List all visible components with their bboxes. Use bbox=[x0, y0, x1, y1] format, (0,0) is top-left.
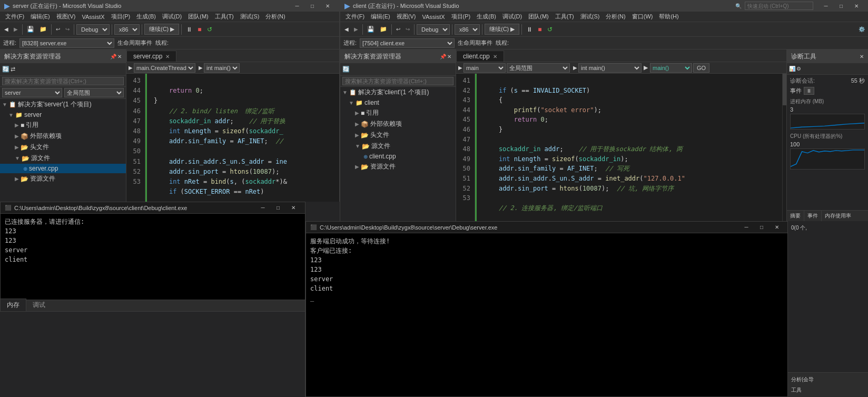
left-menu-vassist[interactable]: VAssistX bbox=[78, 14, 107, 20]
left-search-input[interactable] bbox=[2, 77, 124, 85]
right-menu-help[interactable]: 帮助(H) bbox=[656, 13, 682, 21]
right-diag-tab-analyze[interactable]: 分析(会导 bbox=[790, 375, 866, 384]
right-quick-launch-input[interactable] bbox=[745, 2, 813, 10]
right-menu-build[interactable]: 生成(B) bbox=[474, 13, 499, 21]
left-scope-select[interactable]: server bbox=[2, 88, 62, 97]
right-proc-select[interactable]: [7504] client.exe bbox=[360, 38, 455, 48]
right-tb-stop[interactable]: ■ bbox=[536, 25, 544, 34]
left-term-close-btn[interactable]: ✕ bbox=[286, 202, 301, 214]
left-nav-left-select[interactable]: main.CreateThread bbox=[134, 63, 195, 73]
diag-tb-icon2[interactable]: ⚙ bbox=[796, 66, 801, 72]
right-tb-fwd[interactable]: ▶ bbox=[352, 25, 360, 33]
right-tree-resources[interactable]: ▶ 📂 资源文件 bbox=[340, 161, 456, 172]
left-nav-right-select[interactable]: int main() bbox=[204, 63, 240, 73]
left-menu-file[interactable]: 文件(F) bbox=[2, 13, 27, 21]
right-tree-solution[interactable]: ▼ 📋 解决方案'client'(1 个项目) bbox=[340, 87, 456, 98]
left-menu-debug[interactable]: 调试(D) bbox=[159, 13, 185, 21]
right-code-content[interactable]: if (s == INVALID_SOCKET) { printf("socke… bbox=[479, 74, 782, 221]
left-tb-restart[interactable]: ↺ bbox=[205, 25, 214, 34]
left-menu-edit[interactable]: 编辑(E) bbox=[27, 13, 53, 21]
right-tb-save[interactable]: 💾 bbox=[365, 25, 377, 34]
right-tb-undo[interactable]: ↩ bbox=[394, 25, 402, 33]
right-menu-view[interactable]: 视图(V) bbox=[393, 13, 419, 21]
right-terminal-content[interactable]: 服务端启动成功，等待连接! 客户端已连接: 123 123 server cli… bbox=[306, 233, 788, 396]
diag-tb-icon1[interactable]: 📊 bbox=[789, 66, 795, 72]
right-minimize-btn[interactable]: ─ bbox=[818, 0, 833, 12]
right-menu-team[interactable]: 团队(M) bbox=[525, 13, 552, 21]
right-menu-project[interactable]: 项目(P) bbox=[448, 13, 474, 21]
right-tree-ref[interactable]: ▶ ■ 引用 bbox=[340, 107, 456, 118]
right-go-btn[interactable]: GO bbox=[693, 63, 709, 73]
left-menu-test[interactable]: 测试(S) bbox=[237, 13, 263, 21]
left-menu-tools[interactable]: 工具(T) bbox=[212, 13, 237, 21]
left-tree-solution[interactable]: ▼ 📋 解决方案'server'(1 个项目) bbox=[0, 99, 126, 110]
right-panel-close[interactable]: ✕ bbox=[447, 54, 451, 59]
right-nav-scope-select[interactable]: 全局范围 bbox=[507, 63, 570, 73]
left-refresh-icon[interactable]: 🔄 bbox=[2, 66, 9, 73]
left-menu-build[interactable]: 生成(B) bbox=[133, 13, 159, 21]
left-continue-btn[interactable]: 继续(C) ▶ bbox=[144, 24, 179, 35]
right-menu-vassist[interactable]: VAssistX bbox=[419, 14, 448, 20]
right-tb-redo[interactable]: ↪ bbox=[403, 25, 412, 33]
left-tb-saveall[interactable]: 📁 bbox=[37, 25, 49, 34]
right-search-input[interactable] bbox=[342, 77, 453, 85]
left-tb-back[interactable]: ◀ bbox=[2, 25, 11, 33]
left-panel-pin[interactable]: 📌 bbox=[110, 54, 116, 59]
right-term-maximize-btn[interactable]: □ bbox=[754, 222, 769, 233]
right-menu-window[interactable]: 窗口(W) bbox=[629, 13, 656, 21]
left-panel-close[interactable]: ✕ bbox=[117, 54, 122, 59]
right-panel-pin[interactable]: 📌 bbox=[440, 54, 446, 59]
right-tab-clientcpp-close[interactable]: ✕ bbox=[493, 54, 497, 59]
right-refresh-icon[interactable]: 🔄 bbox=[342, 66, 350, 73]
right-tb-back[interactable]: ◀ bbox=[342, 25, 351, 33]
left-tree-ref[interactable]: ▶ ■ 引用 bbox=[0, 120, 126, 131]
right-tab-clientcpp[interactable]: client.cpp ✕ bbox=[456, 51, 504, 62]
bottom-tab-debug[interactable]: 调试 bbox=[26, 299, 52, 311]
left-menu-view[interactable]: 视图(V) bbox=[53, 13, 79, 21]
right-term-minimize-btn[interactable]: ─ bbox=[739, 222, 754, 233]
right-menu-debug[interactable]: 调试(D) bbox=[499, 13, 525, 21]
left-debug-mode-select[interactable]: Debug bbox=[76, 24, 110, 35]
left-menu-team[interactable]: 团队(M) bbox=[185, 13, 212, 21]
left-term-maximize-btn[interactable]: □ bbox=[271, 202, 285, 214]
right-tb-restart[interactable]: ↺ bbox=[545, 25, 555, 34]
right-nav-right-select[interactable]: int main() bbox=[578, 63, 642, 73]
left-minimize-btn[interactable]: ─ bbox=[290, 0, 304, 12]
left-code-content[interactable]: return 0; } // 2. bind/ listen 绑定/监听 soc… bbox=[150, 74, 339, 202]
right-tree-headers[interactable]: ▶ 📂 头文件 bbox=[340, 130, 456, 141]
right-continue-btn[interactable]: 继续(C) ▶ bbox=[485, 24, 519, 35]
right-nav-scope2-select[interactable]: main() bbox=[650, 63, 692, 73]
left-proc-select[interactable]: [8328] server.exe bbox=[19, 38, 114, 48]
left-tree-servercpp[interactable]: ⊕ server.cpp bbox=[0, 164, 126, 173]
left-platform-select[interactable]: x86 bbox=[114, 24, 140, 35]
right-menu-file[interactable]: 文件(F) bbox=[342, 13, 368, 21]
left-tb-pause[interactable]: ⏸ bbox=[184, 25, 194, 34]
left-tree-extdep[interactable]: ▶ 📦 外部依赖项 bbox=[0, 131, 126, 142]
left-tree-project[interactable]: ▼ 📁 server bbox=[0, 110, 126, 120]
right-nav-left-select[interactable]: main bbox=[463, 63, 506, 73]
right-diag-tab-tools[interactable]: 工具 bbox=[790, 385, 866, 395]
diag-tab-events[interactable]: 事件 bbox=[804, 211, 822, 221]
right-platform-select[interactable]: x86 bbox=[455, 24, 480, 35]
right-close-btn[interactable]: ✕ bbox=[849, 0, 864, 12]
left-code-area[interactable]: 43 44 45 46 47 48 49 50 51 52 53 return … bbox=[126, 74, 339, 202]
left-tree-resources[interactable]: ▶ 📂 资源文件 bbox=[0, 173, 126, 184]
left-maximize-btn[interactable]: □ bbox=[305, 0, 320, 12]
diag-close-icon[interactable]: ✕ bbox=[860, 54, 864, 59]
right-code-area[interactable]: 41 42 43 44 45 46 47 48 49 50 51 52 53 i… bbox=[456, 74, 786, 221]
right-tb-pause[interactable]: ⏸ bbox=[524, 25, 535, 34]
left-tree-sources[interactable]: ▼ 📂 源文件 bbox=[0, 153, 126, 164]
left-tree-headers[interactable]: ▶ 📂 头文件 bbox=[0, 142, 126, 153]
left-close-btn[interactable]: ✕ bbox=[320, 0, 335, 12]
right-menu-edit[interactable]: 编辑(E) bbox=[368, 13, 393, 21]
diag-tab-summary[interactable]: 摘要 bbox=[787, 211, 804, 221]
right-debug-mode-select[interactable]: Debug bbox=[417, 24, 450, 35]
right-menu-tools[interactable]: 工具(T) bbox=[552, 13, 577, 21]
left-term-minimize-btn[interactable]: ─ bbox=[255, 202, 270, 214]
left-menu-project[interactable]: 项目(P) bbox=[108, 13, 134, 21]
right-menu-analyze[interactable]: 分析(N) bbox=[603, 13, 628, 21]
right-tree-extdep[interactable]: ▶ 📦 外部依赖项 bbox=[340, 118, 456, 130]
left-menu-analyze[interactable]: 分析(N) bbox=[262, 13, 288, 21]
diag-tab-memory[interactable]: 内存使用率 bbox=[822, 211, 854, 221]
bottom-tab-memory[interactable]: 内存 bbox=[0, 299, 26, 311]
